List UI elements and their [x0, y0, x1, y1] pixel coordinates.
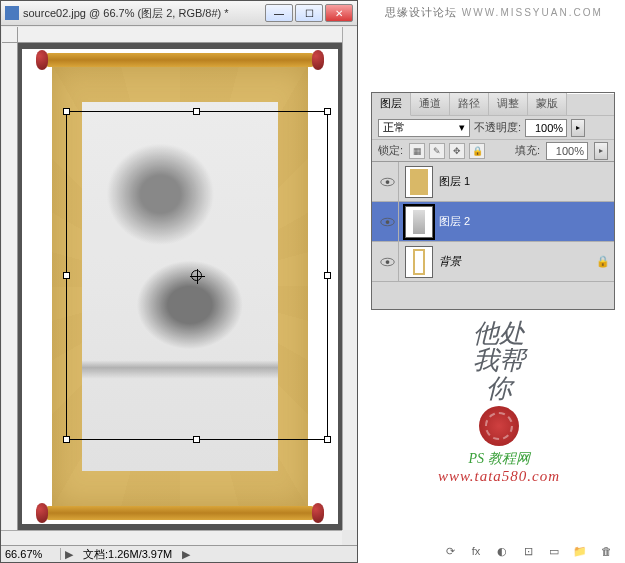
layer-row[interactable]: 背景 🔒: [372, 242, 614, 282]
layer-thumbnail[interactable]: [405, 166, 433, 198]
calligraphy-line: 我帮: [393, 347, 605, 374]
transform-handle[interactable]: [63, 108, 70, 115]
fx-icon[interactable]: fx: [467, 543, 485, 559]
calligraphy-line: 你: [393, 375, 605, 402]
eye-icon: [380, 177, 395, 187]
tab-paths[interactable]: 路径: [450, 93, 489, 115]
transform-handle[interactable]: [324, 436, 331, 443]
rod-cap-icon: [36, 503, 48, 523]
visibility-toggle[interactable]: [376, 202, 399, 241]
trash-icon[interactable]: 🗑: [597, 543, 615, 559]
tab-channels[interactable]: 通道: [411, 93, 450, 115]
document-title: source02.jpg @ 66.7% (图层 2, RGB/8#) *: [23, 6, 265, 21]
svg-point-1: [385, 180, 389, 184]
signature-block: 他处 我帮 你 PS 教程网 www.tata580.com: [393, 320, 605, 563]
site-url: www.tata580.com: [393, 468, 605, 485]
lock-position-icon[interactable]: ✥: [449, 143, 465, 159]
app-icon: [5, 6, 19, 20]
group-icon[interactable]: ▭: [545, 543, 563, 559]
calligraphy-line: 他处: [393, 320, 605, 347]
lock-label: 锁定:: [378, 143, 403, 158]
visibility-toggle[interactable]: [376, 162, 399, 201]
layer-list: 图层 1 图层 2 背景 🔒: [372, 161, 614, 282]
fill-field[interactable]: 100%: [546, 142, 588, 160]
chevron-down-icon: ▾: [459, 121, 465, 134]
blend-mode-select[interactable]: 正常▾: [378, 119, 470, 137]
tab-masks[interactable]: 蒙版: [528, 93, 567, 115]
layer-name[interactable]: 背景: [439, 254, 590, 269]
canvas-area: 江山如画: [2, 27, 342, 530]
status-more-button[interactable]: ▶: [178, 548, 194, 561]
close-button[interactable]: ✕: [325, 4, 353, 22]
transform-handle[interactable]: [324, 272, 331, 279]
opacity-field[interactable]: 100%: [525, 119, 567, 137]
watermark: 思缘设计论坛 WWW.MISSYUAN.COM: [363, 0, 625, 30]
tab-adjustments[interactable]: 调整: [489, 93, 528, 115]
layer-row[interactable]: 图层 1: [372, 162, 614, 202]
artboard: 江山如画: [22, 49, 338, 524]
maximize-button[interactable]: ☐: [295, 4, 323, 22]
fill-label: 填充:: [515, 143, 540, 158]
transform-handle[interactable]: [193, 436, 200, 443]
document-window: source02.jpg @ 66.7% (图层 2, RGB/8#) * — …: [0, 0, 358, 563]
eye-icon: [380, 257, 395, 267]
svg-point-5: [385, 260, 389, 264]
transform-handle[interactable]: [324, 108, 331, 115]
status-menu-button[interactable]: ▶: [61, 548, 77, 561]
new-layer-icon[interactable]: 📁: [571, 543, 589, 559]
doc-info: 文档:1.26M/3.97M: [77, 547, 178, 562]
zoom-field[interactable]: 66.67%: [1, 548, 61, 560]
panel-footer: ⟳ fx ◐ ⊡ ▭ 📁 🗑: [371, 541, 615, 561]
status-bar: 66.67% ▶ 文档:1.26M/3.97M ▶: [1, 545, 357, 562]
svg-point-3: [385, 220, 389, 224]
rod-cap-icon: [312, 503, 324, 523]
minimize-button[interactable]: —: [265, 4, 293, 22]
canvas[interactable]: 江山如画: [18, 43, 342, 530]
ruler-horizontal[interactable]: [18, 27, 342, 43]
transform-handle[interactable]: [63, 272, 70, 279]
rod-cap-icon: [36, 50, 48, 70]
scroll-rod-bottom: [46, 506, 314, 520]
scrollbar-horizontal[interactable]: [1, 530, 342, 545]
link-layers-icon[interactable]: ⟳: [441, 543, 459, 559]
seal-stamp-icon: [479, 406, 519, 446]
layer-thumbnail[interactable]: [405, 246, 433, 278]
transform-handle[interactable]: [193, 108, 200, 115]
lock-pixels-icon[interactable]: ▦: [409, 143, 425, 159]
title-bar[interactable]: source02.jpg @ 66.7% (图层 2, RGB/8#) * — …: [1, 1, 357, 26]
opacity-label: 不透明度:: [474, 120, 521, 135]
rod-cap-icon: [312, 50, 324, 70]
watermark-url: WWW.MISSYUAN.COM: [462, 7, 603, 18]
layer-thumbnail[interactable]: [405, 206, 433, 238]
ruler-origin[interactable]: [2, 27, 18, 43]
transform-handle[interactable]: [63, 436, 70, 443]
scroll-rod-top: [46, 53, 314, 67]
lock-icon: 🔒: [596, 255, 610, 268]
scrollbar-vertical[interactable]: [342, 27, 357, 530]
adjustment-icon[interactable]: ⊡: [519, 543, 537, 559]
visibility-toggle[interactable]: [376, 242, 399, 281]
lock-all-icon[interactable]: 🔒: [469, 143, 485, 159]
layers-panel: 图层 通道 路径 调整 蒙版 正常▾ 不透明度: 100% ▸ 锁定: ▦ ✎ …: [371, 92, 615, 310]
fill-stepper[interactable]: ▸: [594, 142, 608, 160]
layer-row[interactable]: 图层 2: [372, 202, 614, 242]
layer-name[interactable]: 图层 1: [439, 174, 610, 189]
watermark-text: 思缘设计论坛: [385, 6, 457, 18]
transform-bounds[interactable]: [66, 111, 328, 440]
eye-icon: [380, 217, 395, 227]
layer-name[interactable]: 图层 2: [439, 214, 610, 229]
transform-center-icon[interactable]: [191, 270, 202, 281]
ruler-vertical[interactable]: [2, 43, 18, 530]
panel-tabs: 图层 通道 路径 调整 蒙版: [372, 93, 614, 115]
mask-icon[interactable]: ◐: [493, 543, 511, 559]
right-pane: 思缘设计论坛 WWW.MISSYUAN.COM 图层 通道 路径 调整 蒙版 正…: [363, 0, 625, 563]
lock-brush-icon[interactable]: ✎: [429, 143, 445, 159]
tab-layers[interactable]: 图层: [372, 93, 411, 116]
opacity-stepper[interactable]: ▸: [571, 119, 585, 137]
site-name: PS 教程网: [393, 450, 605, 468]
